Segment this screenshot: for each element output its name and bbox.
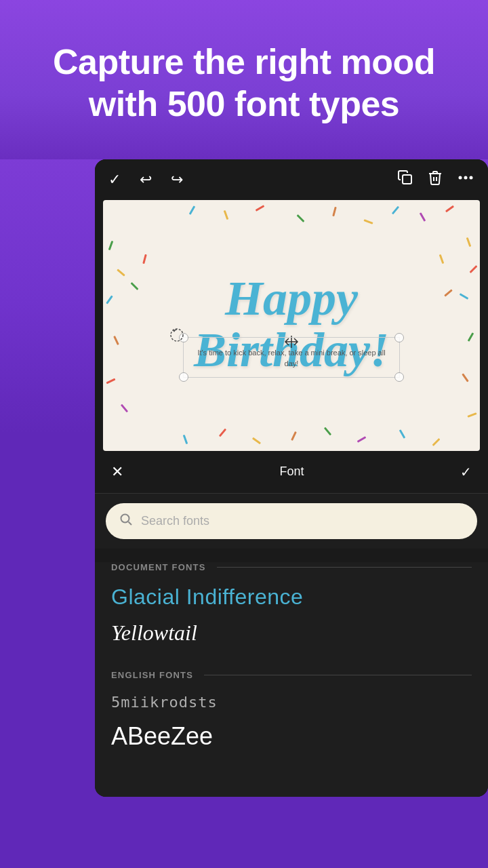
english-fonts-label: ENGLISH FONTS <box>111 670 193 680</box>
font-item-glacial[interactable]: Glacial Indifference <box>111 579 472 615</box>
svg-point-3 <box>470 176 473 179</box>
section-divider <box>217 567 472 568</box>
english-fonts-header: ENGLISH FONTS <box>111 670 472 680</box>
header-title: Capture the right mood with 500 font typ… <box>27 41 461 125</box>
mockup-toolbar: ✓ ↩ ↪ <box>95 159 488 200</box>
font-item-yellowtail[interactable]: Yellowtail <box>111 615 472 651</box>
rotate-handle <box>169 328 184 346</box>
happy-text: Happy <box>176 272 407 326</box>
handle-bottom-left <box>179 372 188 382</box>
svg-point-2 <box>464 176 468 179</box>
font-item-abeezee[interactable]: ABeeZee <box>111 717 472 756</box>
more-options-icon[interactable] <box>457 169 474 191</box>
font-item-dotted[interactable]: 5miikrodsts <box>111 687 472 717</box>
confirm-icon[interactable]: ✓ <box>108 171 121 189</box>
font-glacial-indifference: Glacial Indifference <box>111 585 303 609</box>
handle-bottom-right <box>394 372 404 382</box>
copy-icon[interactable] <box>397 170 413 190</box>
header-section: Capture the right mood with 500 font typ… <box>0 0 488 159</box>
search-input[interactable]: Search fonts <box>141 514 209 528</box>
bottom-section <box>95 756 488 797</box>
font-panel-header: ✕ Font ✓ <box>95 451 488 494</box>
search-icon <box>119 513 133 530</box>
font-yellowtail-label: Yellowtail <box>111 620 197 645</box>
svg-rect-0 <box>403 175 411 184</box>
undo-icon[interactable]: ↩ <box>140 171 152 189</box>
english-section-divider <box>204 675 472 675</box>
font-panel-title: Font <box>123 465 460 479</box>
document-fonts-header: DOCUMENT FONTS <box>111 562 472 572</box>
svg-point-5 <box>121 514 129 522</box>
app-mockup: ✓ ↩ ↪ <box>95 159 488 797</box>
toolbar-right <box>397 169 474 191</box>
font-sections: DOCUMENT FONTS Glacial Indifference Yell… <box>95 562 488 756</box>
svg-point-1 <box>459 176 462 179</box>
panel-confirm-button[interactable]: ✓ <box>460 464 472 480</box>
handle-top-right <box>394 333 404 342</box>
panel-close-button[interactable]: ✕ <box>111 463 123 481</box>
svg-point-4 <box>171 329 183 341</box>
document-fonts-label: DOCUMENT FONTS <box>111 562 206 572</box>
redo-icon[interactable]: ↪ <box>171 171 183 189</box>
canvas-subtitle: It's time to kick back, relax, take a mi… <box>197 347 386 370</box>
font-dotted-label: 5miikrodsts <box>111 692 218 711</box>
search-container: Search fonts <box>95 494 488 549</box>
search-bar[interactable]: Search fonts <box>106 503 477 539</box>
font-abeezee-label: ABeeZee <box>111 722 213 750</box>
canvas-area: Happy Birthday! <box>103 200 480 451</box>
delete-icon[interactable] <box>427 170 443 190</box>
toolbar-left: ✓ ↩ ↪ <box>108 171 183 189</box>
